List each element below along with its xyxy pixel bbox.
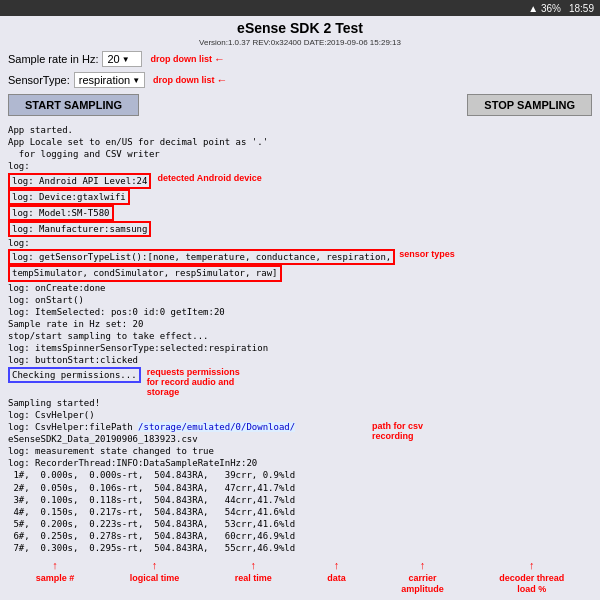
android-log-block: log: Android API Level:24 log: Device:gt… <box>8 173 151 238</box>
log-line: log: Manufacturer:samsung <box>8 221 151 237</box>
buttons-row: START SAMPLING STOP SAMPLING <box>0 91 600 119</box>
log-line: stop/start sampling to take effect... <box>8 330 592 342</box>
sample-num-annotation: ↑ sample # <box>36 558 75 596</box>
real-time-label: real time <box>235 573 272 585</box>
data-row-7: 7#, 0.300s, 0.295s-rt, 504.843RA, 55crr,… <box>8 542 592 554</box>
dropdown1-annotation: drop down list <box>150 54 212 64</box>
sample-rate-row: Sample rate in Hz: 20 ▼ drop down list ← <box>0 49 600 69</box>
permissions-log: Checking permissions... <box>8 367 141 383</box>
battery-indicator: ▲ 36% <box>528 3 561 14</box>
permissions-label: requests permissions for record audio an… <box>147 367 240 397</box>
annotation-arrow-2: ← <box>217 74 228 86</box>
sample-rate-dropdown[interactable]: 20 ▼ <box>102 51 142 67</box>
sample-num-label: sample # <box>36 573 75 585</box>
perm-highlight: Checking permissions... <box>8 367 141 383</box>
sensor-types-label: sensor types <box>399 249 455 259</box>
real-time-annotation: ↑ real time <box>235 558 272 596</box>
sensor-types-section: log: getSensorTypeList():[none, temperat… <box>8 249 592 281</box>
log-line: log: RecorderThread:INFO:DataSampleRateI… <box>8 457 592 469</box>
log-line: log: itemsSpinnerSensorType:selected:res… <box>8 342 592 354</box>
log-line: Sampling started! <box>8 397 592 409</box>
app-container: eSense SDK 2 Test Version:1.0.37 REV:0x3… <box>0 16 600 600</box>
manufacturer-highlight: log: Manufacturer:samsung <box>8 221 151 237</box>
log-line: log: getSensorTypeList():[none, temperat… <box>8 249 395 265</box>
decoder-thread-annotation: ↑ decoder thread load % <box>499 558 564 596</box>
csv-path-label: path for csv recording <box>372 421 423 441</box>
log-line: tempSimulator, condSimulator, respSimula… <box>8 265 395 281</box>
log-line: log: measurement state changed to true <box>8 445 592 457</box>
sensor-highlight: log: getSensorTypeList():[none, temperat… <box>8 249 395 265</box>
log-line: Sample rate in Hz set: 20 <box>8 318 592 330</box>
arrow-up-icon-4: ↑ <box>327 558 346 572</box>
log-line: log: <box>8 160 592 172</box>
sample-rate-label: Sample rate in Hz: <box>8 53 98 65</box>
sample-rate-value: 20 <box>107 53 119 65</box>
carrier-amplitude-label: carrier amplitude <box>401 573 444 596</box>
decoder-thread-label: decoder thread load % <box>499 573 564 596</box>
log-line: Checking permissions... <box>8 367 141 383</box>
version-line: Version:1.0.37 REV:0x32400 DATE:2019-09-… <box>0 38 600 47</box>
csv-path-section: log: CsvHelper:filePath /storage/emulate… <box>8 421 592 445</box>
data-row-3: 3#, 0.100s, 0.118s-rt, 504.843RA, 44crr,… <box>8 494 592 506</box>
sensor-type-value: respiration <box>79 74 130 86</box>
permissions-annotation: requests permissions for record audio an… <box>147 367 240 397</box>
arrow-up-icon-2: ↑ <box>130 558 180 572</box>
arrow-up-icon-5: ↑ <box>401 558 444 572</box>
data-row-5: 5#, 0.200s, 0.223s-rt, 504.843RA, 53crr,… <box>8 518 592 530</box>
chevron-down-icon-2: ▼ <box>132 76 140 85</box>
sensor-types-annotation: sensor types <box>399 249 455 259</box>
csv-path: /storage/emulated/0/Download/ <box>138 422 295 432</box>
log-line: App Locale set to en/US for decimal poin… <box>8 136 592 148</box>
sensor-types-log: log: getSensorTypeList():[none, temperat… <box>8 249 395 281</box>
log-line: App started. <box>8 124 592 136</box>
arrow-up-icon-3: ↑ <box>235 558 272 572</box>
csv-annotation: path for csv recording <box>372 421 423 441</box>
log-line: log: onStart() <box>8 294 592 306</box>
log-line: log: Device:gtaxlwifi <box>8 189 151 205</box>
android-annotation: detected Android device <box>157 173 261 183</box>
log-line: log: Model:SM-T580 <box>8 205 151 221</box>
arrow-up-icon-6: ↑ <box>499 558 564 572</box>
logical-time-annotation: ↑ logical time <box>130 558 180 596</box>
logical-time-label: logical time <box>130 573 180 585</box>
start-sampling-button[interactable]: START SAMPLING <box>8 94 139 116</box>
log-line: log: <box>8 237 592 249</box>
arrow-up-icon: ↑ <box>36 558 75 572</box>
log-line: log: buttonStart:clicked <box>8 354 592 366</box>
permissions-section: Checking permissions... requests permiss… <box>8 367 592 397</box>
device-highlight: log: Device:gtaxlwifi <box>8 189 130 205</box>
model-highlight: log: Model:SM-T580 <box>8 205 114 221</box>
time-display: 18:59 <box>569 3 594 14</box>
stop-sampling-button[interactable]: STOP SAMPLING <box>467 94 592 116</box>
sensor-type-label: SensorType: <box>8 74 70 86</box>
data-row-6: 6#, 0.250s, 0.278s-rt, 504.843RA, 60crr,… <box>8 530 592 542</box>
android-device-section: log: Android API Level:24 log: Device:gt… <box>8 173 592 238</box>
log-line: log: CsvHelper() <box>8 409 592 421</box>
csv-path-log: log: CsvHelper:filePath /storage/emulate… <box>8 421 368 445</box>
log-line: log: Android API Level:24 <box>8 173 151 189</box>
data-label: data <box>327 573 346 585</box>
data-row-4: 4#, 0.150s, 0.217s-rt, 504.843RA, 54crr,… <box>8 506 592 518</box>
status-bar: ▲ 36% 18:59 <box>0 0 600 16</box>
log-line: log: ItemSelected: pos:0 id:0 getItem:20 <box>8 306 592 318</box>
android-device-label: detected Android device <box>157 173 261 183</box>
bottom-annotations: ↑ sample # ↑ logical time ↑ real time ↑ … <box>0 556 600 600</box>
app-title: eSense SDK 2 Test <box>0 16 600 38</box>
sensor-highlight2: tempSimulator, condSimulator, respSimula… <box>8 265 282 281</box>
annotation-arrow-1: ← <box>214 53 225 65</box>
chevron-down-icon: ▼ <box>122 55 130 64</box>
log-line: for logging and CSV writer <box>8 148 592 160</box>
sensor-type-row: SensorType: respiration ▼ drop down list… <box>0 70 600 90</box>
log-line: log: CsvHelper:filePath /storage/emulate… <box>8 421 368 445</box>
log-content: App started. App Locale set to en/US for… <box>8 124 592 556</box>
carrier-amplitude-annotation: ↑ carrier amplitude <box>401 558 444 596</box>
log-area: App started. App Locale set to en/US for… <box>0 122 600 556</box>
data-row-2: 2#, 0.050s, 0.106s-rt, 504.843RA, 47crr,… <box>8 482 592 494</box>
dropdown2-annotation: drop down list <box>153 75 215 85</box>
android-highlight: log: Android API Level:24 <box>8 173 151 189</box>
data-row-1: 1#, 0.000s, 0.000s-rt, 504.843RA, 39crr,… <box>8 469 592 481</box>
data-annotation: ↑ data <box>327 558 346 596</box>
log-line: log: onCreate:done <box>8 282 592 294</box>
sensor-type-dropdown[interactable]: respiration ▼ <box>74 72 145 88</box>
